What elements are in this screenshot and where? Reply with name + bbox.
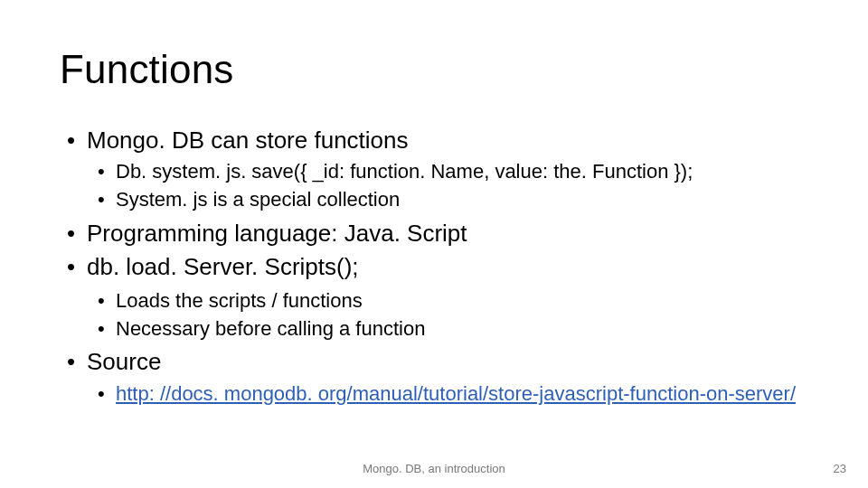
bullet-systemjs-special: System. js is a special collection <box>60 186 819 214</box>
slide: Functions Mongo. DB can store functions … <box>0 0 868 488</box>
bullet-loads-scripts: Loads the scripts / functions <box>60 287 819 315</box>
footer-title: Mongo. DB, an introduction <box>0 462 868 475</box>
bullet-source: Source <box>60 346 819 378</box>
page-number: 23 <box>834 462 846 475</box>
source-link[interactable]: http: //docs. mongodb. org/manual/tutori… <box>116 382 796 405</box>
bullet-mongodb-store: Mongo. DB can store functions <box>60 125 819 156</box>
slide-title: Functions <box>60 47 234 92</box>
bullet-source-link-row: http: //docs. mongodb. org/manual/tutori… <box>60 380 819 408</box>
bullet-necessary: Necessary before calling a function <box>60 315 819 343</box>
slide-content: Mongo. DB can store functions Db. system… <box>60 125 819 407</box>
bullet-save-syntax: Db. system. js. save({ _id: function. Na… <box>60 158 819 186</box>
bullet-loadserverscripts: db. load. Server. Scripts(); <box>60 251 819 283</box>
bullet-language: Programming language: Java. Script <box>60 218 819 249</box>
